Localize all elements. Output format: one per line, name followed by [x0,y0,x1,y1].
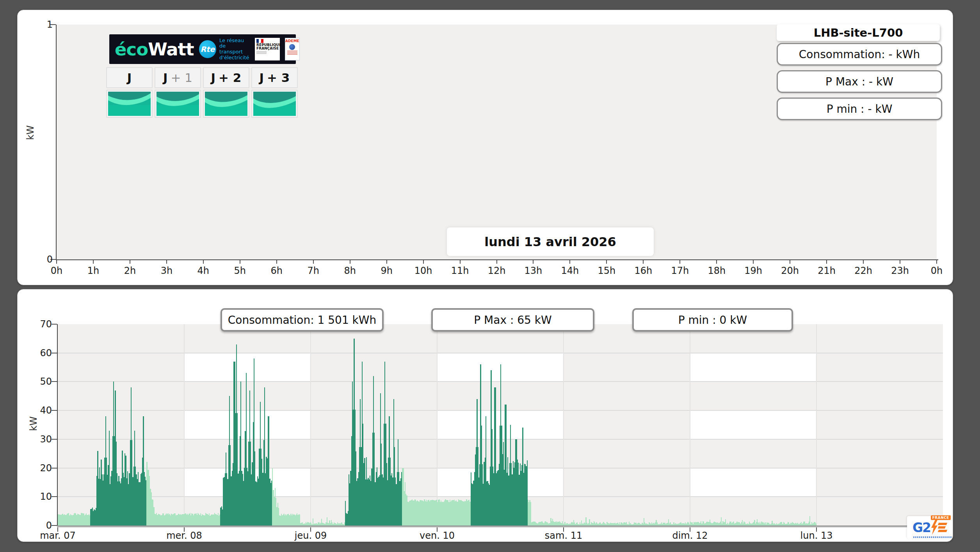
bottom-x-tick-label: mar. 07 [30,530,85,541]
top-x-tick-label: 3h [153,265,180,276]
day-button-J+2[interactable]: J+ 2 [203,67,249,88]
top-x-tick [350,260,350,264]
stat-consommation-day: Consommation: - kWh [777,43,942,66]
top-x-tick [460,260,461,264]
bottom-y-tick [52,353,57,353]
top-x-tick [313,260,314,264]
top-x-tick [643,260,644,264]
bottom-y-tick-label: 10 [28,491,52,502]
bottom-y-tick [52,439,57,440]
bottom-x-tick-label: ven. 10 [410,530,464,541]
top-x-tick [130,260,130,264]
stat-pmin-day: P min : - kW [777,98,942,120]
bottom-y-tick [52,496,57,497]
bottom-y-tick [52,410,57,411]
lightning-bolt-icon [931,520,937,535]
g2e-logo-e-stripes [938,523,947,532]
rte-logo: Rte Le réseau de transport d'électricité [199,38,250,60]
bottom-y-tick-label: 0 [28,520,52,531]
top-x-tick-label: 12h [483,265,510,276]
bottom-y-tick [52,525,57,526]
top-x-tick-label: 20h [776,265,804,276]
top-x-tick-label: 23h [886,265,914,276]
stat-consommation-week: Consommation: 1 501 kWh [221,308,384,332]
top-x-tick [826,260,827,264]
gov-line: FRANÇAISE [256,47,278,50]
site-name-tab: LHB-site-L700 [777,24,940,41]
top-x-tick-label: 0h [43,265,70,276]
g2e-logo-text: G2 [912,521,930,534]
g2e-france-badge: FRANCE [931,515,951,520]
stat-pmin-week: P min : 0 kW [632,308,793,332]
top-x-tick-label: 21h [813,265,840,276]
ecowatt-banner: écoWatt Rte Le réseau de transport d'éle… [109,34,296,64]
french-flag-icon [256,39,263,43]
top-x-tick-label: 4h [190,265,217,276]
bottom-y-tick-label: 50 [28,376,52,387]
top-x-tick [203,260,204,264]
republique-francaise-logo: RÉPUBLIQUE FRANÇAISE [255,38,280,60]
bottom-x-tick-label: mer. 08 [157,530,212,541]
day-thumbnail-J+3[interactable] [251,90,298,118]
top-x-tick [496,260,497,264]
week-chart-plot-area[interactable] [58,324,943,525]
bottom-y-unit: kW [28,416,39,431]
top-x-tick-label: 2h [116,265,144,276]
top-x-tick-label: 11h [446,265,474,276]
bottom-y-tick-label: 30 [28,434,52,445]
top-x-tick-label: 7h [300,265,327,276]
ademe-globe-icon [289,44,295,50]
ecowatt-logo: écoWatt [115,41,194,58]
day-thumbnail-J+2[interactable] [203,90,249,118]
dashboard: écoWatt Rte Le réseau de transport d'éle… [0,0,980,552]
ademe-logo: ADEME [285,38,300,60]
g2e-france-logo: G2 FRANCE [907,516,952,539]
top-x-tick [533,260,534,264]
top-x-tick-label: 0h [923,265,950,276]
top-x-tick-label: 17h [666,265,694,276]
day-button-J+1[interactable]: J+ 1 [155,67,201,88]
top-y-label-max: 1 [28,19,53,30]
bottom-x-tick-label: dim. 12 [663,530,717,541]
top-x-tick [679,260,680,264]
top-x-tick-label: 5h [226,265,254,276]
top-x-tick [936,260,937,264]
top-x-tick [753,260,754,264]
top-x-tick [93,260,94,264]
ademe-label: ADEME [285,39,299,43]
day-thumbnail-J[interactable] [106,90,153,118]
day-button-J[interactable]: J [106,67,153,88]
top-x-tick [386,260,387,264]
top-x-tick [569,260,570,264]
g2e-tagline [913,536,952,538]
bottom-x-tick-label: sam. 11 [536,530,591,541]
bottom-y-axis [57,324,58,526]
rte-tagline-line: d'électricité [219,55,250,61]
bottom-y-tick-label: 60 [28,348,52,359]
top-x-tick-label: 1h [80,265,107,276]
top-x-tick-label: 15h [593,265,620,276]
bottom-y-tick-label: 40 [28,405,52,416]
top-x-tick [863,260,864,264]
top-y-unit: kW [25,125,36,140]
day-thumbnail-J+1[interactable] [155,90,201,118]
top-x-tick [790,260,790,264]
top-x-tick-label: 13h [519,265,547,276]
rte-tagline: Le réseau de transport d'électricité [219,38,250,60]
top-x-tick [716,260,717,264]
stat-pmax-day: P Max : - kW [777,70,942,93]
top-x-tick-label: 6h [263,265,290,276]
top-x-tick-label: 19h [740,265,767,276]
top-y-axis [56,25,57,260]
ademe-text-lines [287,51,297,55]
top-y-label-min: 0 [28,254,53,265]
selected-date-label: lundi 13 avril 2026 [447,227,654,256]
bottom-y-tick-label: 20 [28,463,52,474]
consumption-bars [58,324,943,525]
day-button-J+3[interactable]: J+ 3 [251,67,298,88]
rte-tagline-line: de transport [219,43,250,55]
top-x-tick-label: 9h [373,265,400,276]
gov-motto-lines [256,51,267,55]
top-x-tick-label: 18h [703,265,730,276]
top-x-tick [900,260,900,264]
